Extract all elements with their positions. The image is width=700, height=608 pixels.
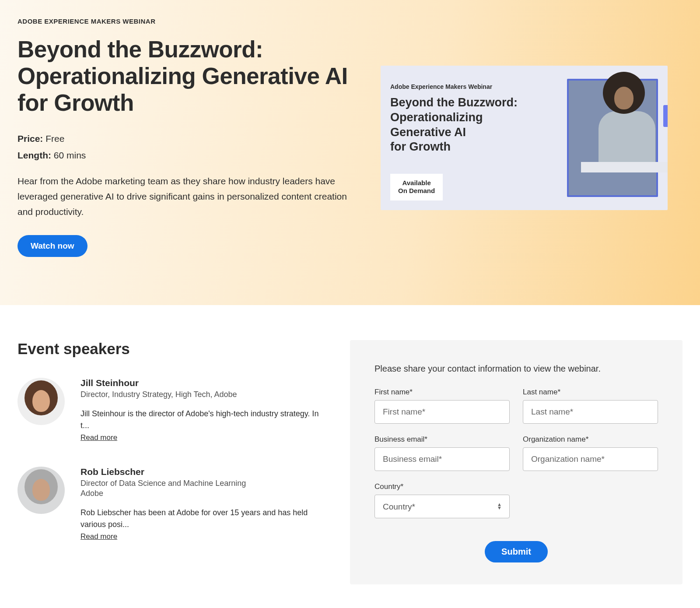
card-eyebrow: Adobe Experience Makers Webinar (390, 83, 518, 90)
hero-left: ADOBE EXPERIENCE MAKERS WEBINAR Beyond t… (18, 18, 354, 257)
speaker-name: Rob Liebscher (80, 467, 324, 477)
speaker-bio: Rob Liebscher has been at Adobe for over… (80, 507, 324, 531)
first-name-field-wrap: First name* (374, 388, 510, 424)
speakers-heading: Event speakers (18, 340, 324, 358)
page-title: Beyond the Buzzword: Operationalizing Ge… (18, 36, 354, 116)
avatar (18, 378, 65, 425)
last-name-label: Last name* (523, 388, 658, 397)
card-graphic: Generative AI enhanced operations Top pe… (532, 66, 668, 210)
country-select[interactable]: Country* (374, 495, 510, 518)
hero-description: Hear from the Adobe marketing team as th… (18, 174, 354, 219)
hero-eyebrow: ADOBE EXPERIENCE MAKERS WEBINAR (18, 18, 354, 25)
country-label: Country* (374, 482, 510, 491)
organization-field[interactable] (523, 447, 658, 471)
last-name-field[interactable] (523, 400, 658, 424)
card-title: Beyond the Buzzword: Operationalizing Ge… (390, 95, 518, 155)
hero-section: ADOBE EXPERIENCE MAKERS WEBINAR Beyond t… (0, 0, 700, 305)
ai-pill: Generative AI enhanced operations (663, 105, 668, 127)
speaker-role: Director of Data Science and Machine Lea… (80, 479, 324, 488)
first-name-field[interactable] (374, 400, 510, 424)
price-label: Price: (18, 134, 43, 144)
avatar (18, 467, 65, 514)
availability-badge: Available On Demand (390, 174, 443, 201)
email-label: Business email* (374, 435, 510, 444)
badge-line: Available (398, 179, 435, 187)
speaker-company: Adobe (80, 489, 324, 498)
card-title-line: Operationalizing (390, 110, 518, 125)
country-field-wrap: Country* Country* ▲▼ (374, 482, 510, 518)
card-title-line: Generative AI (390, 125, 518, 140)
org-label: Organization name* (523, 435, 658, 444)
speaker-card: Rob Liebscher Director of Data Science a… (18, 467, 324, 541)
speakers-column: Event speakers Jill Steinhour Director, … (18, 340, 324, 584)
badge-line: On Demand (398, 187, 435, 195)
promo-card: Adobe Experience Makers Webinar Beyond t… (381, 66, 668, 210)
read-more-link[interactable]: Read more (80, 433, 117, 442)
speaker-bio: Jill Steinhour is the director of Adobe'… (80, 408, 324, 432)
email-field-wrap: Business email* (374, 435, 510, 471)
card-title-line: for Growth (390, 140, 518, 155)
registration-form: Please share your contact information to… (350, 340, 682, 584)
speaker-role: Director, Industry Strategy, High Tech, … (80, 390, 324, 399)
speaker-name: Jill Steinhour (80, 378, 324, 388)
org-field-wrap: Organization name* (523, 435, 658, 471)
submit-button[interactable]: Submit (485, 541, 548, 562)
first-name-label: First name* (374, 388, 510, 397)
last-name-field-wrap: Last name* (523, 388, 658, 424)
hero-meta: Price: Free Length: 60 mins (18, 130, 354, 164)
person-illustration (581, 72, 664, 172)
bottom-section: Event speakers Jill Steinhour Director, … (0, 305, 700, 602)
read-more-link[interactable]: Read more (80, 532, 117, 541)
hero-right: Adobe Experience Makers Webinar Beyond t… (381, 18, 669, 257)
length-value: 60 mins (54, 150, 86, 160)
speaker-card: Jill Steinhour Director, Industry Strate… (18, 378, 324, 442)
price-value: Free (46, 134, 64, 144)
form-intro: Please share your contact information to… (374, 364, 658, 374)
card-title-line: Beyond the Buzzword: (390, 95, 518, 110)
length-label: Length: (18, 150, 51, 160)
email-field[interactable] (374, 447, 510, 471)
watch-now-button[interactable]: Watch now (18, 235, 88, 257)
